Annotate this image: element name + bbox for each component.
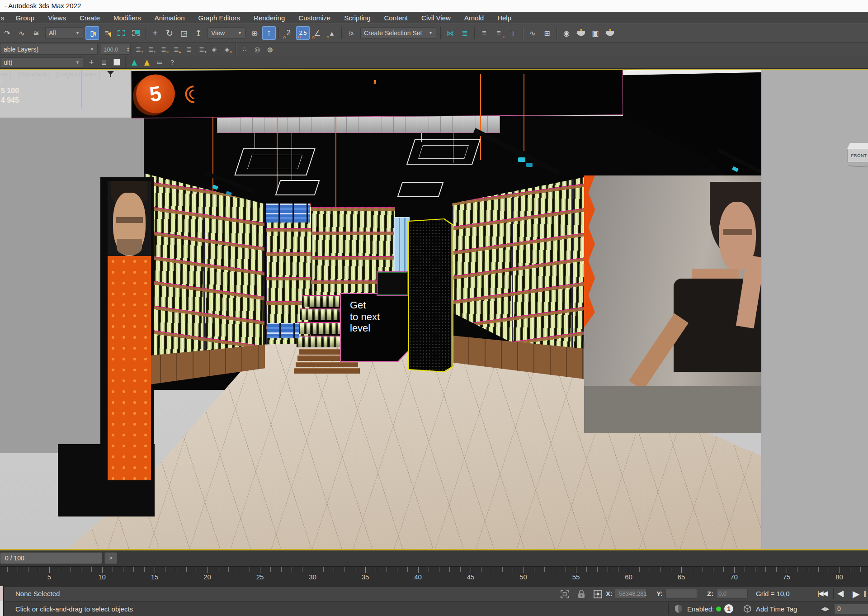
- snaps-toggle-25-icon[interactable]: 2.5: [296, 26, 310, 40]
- redo-icon[interactable]: ↷: [0, 26, 14, 40]
- snap-target-icon[interactable]: ◎: [251, 44, 263, 55]
- schematic-view-icon[interactable]: ⊞: [540, 26, 554, 40]
- active-layer-dropdown[interactable]: able Layers)▼: [0, 44, 98, 55]
- mirror-icon[interactable]: ⋈: [443, 26, 457, 40]
- add-layer-icon[interactable]: ≣+: [196, 44, 208, 55]
- select-and-scale-icon[interactable]: ◲: [177, 26, 191, 40]
- enabled-status-dot: [716, 607, 721, 611]
- y-coordinate-field[interactable]: [665, 589, 697, 599]
- render-setup-icon[interactable]: [574, 26, 588, 40]
- sphere-select-icon[interactable]: ◍: [264, 44, 276, 55]
- vertex-dots-icon[interactable]: ∴: [239, 44, 250, 55]
- menu-item-content[interactable]: Content: [377, 12, 415, 24]
- menu-item-views[interactable]: Views: [41, 12, 73, 24]
- edit-named-selection-sets-icon[interactable]: {x: [344, 26, 358, 40]
- z-coordinate-field[interactable]: 0,0: [716, 589, 748, 599]
- filter-funnel-icon[interactable]: [107, 71, 114, 78]
- delete-layer-icon[interactable]: ≣×: [158, 44, 170, 55]
- light-frame-inner: [247, 155, 302, 169]
- play-button[interactable]: ▶: [853, 588, 859, 599]
- new-layer-icon[interactable]: ≣+: [145, 44, 157, 55]
- security-shield-icon[interactable]: [675, 604, 682, 613]
- populate-tree-yellow-icon[interactable]: [141, 57, 153, 68]
- time-tag-cube-icon[interactable]: [743, 605, 751, 613]
- bind-to-space-warp-icon[interactable]: ≋: [29, 26, 43, 40]
- layer-value-spinner[interactable]: 100,0 ▴▾: [101, 44, 131, 55]
- freeze-layer-icon[interactable]: ◈: [208, 44, 220, 55]
- menu-item-graph-editors[interactable]: Graph Editors: [192, 12, 247, 24]
- populate-tree-teal-icon[interactable]: [128, 57, 140, 68]
- viewcube-front-face[interactable]: FRONT: [847, 149, 868, 162]
- menu-item-scripting[interactable]: Scripting: [337, 12, 377, 24]
- add-time-tag[interactable]: Add Time Tag: [756, 605, 797, 613]
- add-container-icon[interactable]: +: [85, 57, 97, 68]
- toggle-layer-explorer-icon[interactable]: ≡•: [492, 26, 505, 40]
- container-icon[interactable]: ≣: [98, 57, 110, 68]
- time-slider-handle[interactable]: 0 / 100: [0, 552, 102, 564]
- select-object-icon[interactable]: ▯: [85, 26, 99, 40]
- select-and-manipulate-icon[interactable]: ↑: [262, 26, 276, 40]
- remove-layer-icon[interactable]: ◈×: [221, 44, 233, 55]
- help-icon[interactable]: ?: [166, 57, 178, 68]
- layer-list-icon[interactable]: ≣: [183, 44, 195, 55]
- track-bar[interactable]: 5101520253035404550556065707580: [0, 566, 868, 586]
- reference-coordsys-dropdown[interactable]: View▼: [208, 27, 245, 39]
- select-and-place-icon[interactable]: ↥: [192, 26, 205, 40]
- align-icon[interactable]: ≣: [458, 26, 472, 40]
- menu-item-create[interactable]: Create: [73, 12, 107, 24]
- window-crossing-icon[interactable]: [129, 26, 142, 40]
- maxscript-mini-listener[interactable]: [0, 586, 4, 616]
- key-mode-toggle-icon[interactable]: ◀▶: [821, 606, 829, 612]
- absolute-offset-mode-icon[interactable]: [594, 590, 602, 598]
- perspective-viewport[interactable]: 5: [0, 69, 762, 550]
- toggle-ribbon-icon[interactable]: ⊤: [506, 26, 520, 40]
- selection-filter-dropdown[interactable]: All▼: [45, 27, 83, 39]
- menu-item-civil-view[interactable]: Civil View: [415, 12, 458, 24]
- select-by-name-icon[interactable]: ≡: [100, 26, 113, 40]
- menu-item-group[interactable]: Group: [9, 12, 42, 24]
- viewport-mode-label[interactable]: [Edged Faces ]: [56, 71, 100, 78]
- select-and-rotate-icon[interactable]: ↻: [163, 26, 176, 40]
- isolate-selection-icon[interactable]: [561, 590, 569, 598]
- notification-badge[interactable]: 1: [724, 604, 733, 613]
- next-frame-button[interactable]: ||: [863, 589, 865, 597]
- use-pivot-center-icon[interactable]: ⊕: [248, 26, 261, 40]
- menu-item-arnold[interactable]: Arnold: [458, 12, 491, 24]
- spinner-arrows-icon[interactable]: ▴▾: [127, 47, 130, 52]
- rect-selection-region-icon[interactable]: [114, 26, 128, 40]
- menu-item-help[interactable]: Help: [491, 12, 518, 24]
- local-content-icon[interactable]: [111, 57, 123, 68]
- rendered-frame-window-icon[interactable]: ▣: [589, 26, 602, 40]
- curve-editor-icon[interactable]: ∿: [526, 26, 539, 40]
- x-coordinate-field[interactable]: -58348,281: [615, 589, 646, 599]
- front-viewport[interactable]: [762, 69, 868, 550]
- menu-item-modifiers[interactable]: Modifiers: [107, 12, 148, 24]
- viewcube[interactable]: FRONT: [847, 143, 868, 168]
- next-frame-button[interactable]: >: [104, 552, 117, 564]
- selected-column[interactable]: [408, 218, 453, 372]
- time-slider-track[interactable]: 0 / 100 >: [0, 550, 868, 566]
- previous-frame-button[interactable]: ◀||: [837, 589, 843, 597]
- selection-lock-icon[interactable]: [578, 590, 585, 598]
- toggle-scene-explorer-icon[interactable]: ≡: [477, 26, 491, 40]
- menu-item-customize[interactable]: Customize: [292, 12, 337, 24]
- layer-manager-icon[interactable]: ≣+: [132, 44, 144, 55]
- menu-item-rendering[interactable]: Rendering: [247, 12, 292, 24]
- go-to-start-button[interactable]: |◀◀: [817, 589, 827, 597]
- named-selection-sets-dropdown[interactable]: Create Selection Set▼: [360, 27, 436, 39]
- current-frame-field[interactable]: 0: [834, 603, 868, 614]
- viewport-view-label[interactable]: ve ]: [1, 71, 11, 78]
- add-to-layer-icon[interactable]: ≣▸: [170, 44, 182, 55]
- render-production-icon[interactable]: [603, 26, 617, 40]
- list-view-icon[interactable]: ≔: [154, 57, 165, 68]
- select-and-move-icon[interactable]: +: [148, 26, 162, 40]
- angle-snap-icon[interactable]: ∠: [311, 26, 324, 40]
- material-editor-icon[interactable]: ◉: [560, 26, 573, 40]
- menu-item-animation[interactable]: Animation: [148, 12, 192, 24]
- viewport-shading-label[interactable]: [Standard ]: [18, 71, 50, 78]
- spinner-snap-icon[interactable]: ▴: [325, 26, 339, 40]
- snaps-toggle-icon[interactable]: 2: [282, 26, 295, 40]
- container-dropdown[interactable]: ult)▼: [0, 57, 83, 67]
- menu-item-s[interactable]: s: [0, 12, 9, 24]
- select-and-link-icon[interactable]: ∿: [15, 26, 28, 40]
